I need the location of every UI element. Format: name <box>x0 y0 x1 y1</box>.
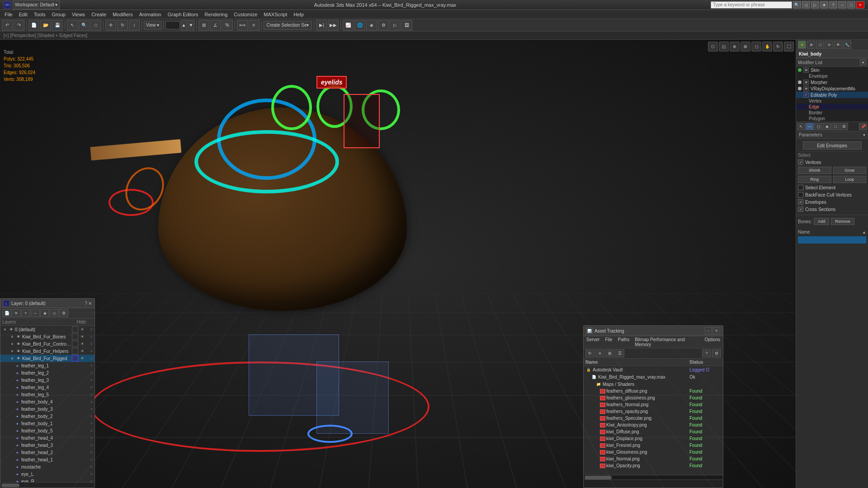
sub-edge[interactable]: Edge <box>796 104 868 110</box>
layers-close-btn[interactable]: ✕ <box>88 301 92 306</box>
layer-item-eye-r[interactable]: ▸ eye_R ≡ <box>0 478 94 482</box>
layer-item-feather-body-4[interactable]: ▸ feather_body_4 ≡ <box>0 398 94 405</box>
star-btn[interactable]: ★ <box>820 1 828 9</box>
apt-item-kiwi-displace[interactable]: kiwi_Displace.png Found <box>584 435 723 442</box>
layer-item-feather-head-1[interactable]: ▸ feather_head_1 ≡ <box>0 456 94 463</box>
asset-menu-server[interactable]: Server <box>584 336 602 348</box>
layers-help-btn[interactable]: ? <box>85 301 87 306</box>
vp-nav-zoom-ext[interactable]: ◻ <box>751 42 761 52</box>
viewport[interactable]: eyelids Total Polys: 322,445 Tris: <box>0 40 796 488</box>
rp-sel-icon2[interactable]: — <box>806 123 814 130</box>
vp-nav-zoom[interactable]: ⊕ <box>730 42 740 52</box>
layer-item-feather-head-3[interactable]: ▸ feather_head_3 ≡ <box>0 441 94 449</box>
apt-item-maxfile[interactable]: 📄 Kiwi_Bird_Rigged_max_vray.max Ok <box>584 373 723 380</box>
layers-remove-btn[interactable]: – <box>31 309 40 317</box>
layer-item-mustache[interactable]: ▸ mustache ≡ <box>0 463 94 470</box>
modifier-morpher[interactable]: 👁 Morpher <box>796 79 868 85</box>
create-selection-btn[interactable]: Create Selection Se ▾ <box>264 21 312 30</box>
layer-vis-box[interactable] <box>72 355 78 361</box>
rp-utility-tab[interactable]: 🔧 <box>843 41 851 49</box>
layers-select-btn[interactable]: ◈ <box>40 309 49 317</box>
modifier-vis-vray[interactable]: 👁 <box>803 86 809 91</box>
rp-sel-icon3[interactable]: ◻ <box>814 123 822 130</box>
layer-item-feather-body-2[interactable]: ▸ feather_body_2 ≡ <box>0 413 94 420</box>
tb-percent-up[interactable]: ▲ <box>181 20 187 31</box>
tb-new[interactable]: 📄 <box>28 20 39 31</box>
tb-mirror[interactable]: ⟺ <box>237 20 248 31</box>
asset-menu-bitmap[interactable]: Bitmap Performance and Memory <box>632 336 702 348</box>
menu-customize[interactable]: Customize <box>231 11 260 18</box>
vertices-checkbox[interactable]: ✓ <box>798 160 803 165</box>
percentage-input[interactable]: 2.5 <box>165 21 180 29</box>
name-sort-btn[interactable]: ▲ <box>862 230 866 235</box>
modifier-checkbox-poly[interactable]: ✓ <box>803 92 809 98</box>
asset-hscroll-thumb[interactable] <box>585 476 612 479</box>
nav-back[interactable]: ◁ <box>802 1 810 9</box>
layer-item-default[interactable]: ≡ 👁 0 (default) ☀ ≡ <box>0 326 94 333</box>
modifier-vis-morpher[interactable]: 👁 <box>803 80 809 85</box>
layer-item-feather-head-4[interactable]: ▸ feather_head_4 ≡ <box>0 434 94 441</box>
layers-list[interactable]: ≡ 👁 0 (default) ☀ ≡ ≡ 👁 Kiwi_Bird_Fur_Bo… <box>0 326 94 482</box>
grow-btn[interactable]: Grow <box>833 167 867 174</box>
apt-item-feathers-specular[interactable]: feathers_Specular.png Found <box>584 415 723 422</box>
apt-item-feathers-normal[interactable]: feathers_Normal.png Found <box>584 401 723 408</box>
layer-vis-box[interactable] <box>72 326 78 333</box>
modifier-editable-poly[interactable]: ✓ Editable Poly <box>796 92 868 98</box>
maximize-btn[interactable]: □ <box>847 1 855 9</box>
layers-settings-btn[interactable]: ⚙ <box>59 309 68 317</box>
tb-material[interactable]: ◈ <box>366 20 377 31</box>
tb-select[interactable]: ↖ <box>67 20 78 31</box>
menu-modifiers[interactable]: Modifiers <box>110 11 136 18</box>
apt-item-feathers-opacity[interactable]: feathers_opacity.png Found <box>584 408 723 415</box>
asset-minimize-btn[interactable]: – <box>705 327 712 334</box>
tb-save[interactable]: 💾 <box>52 20 63 31</box>
shrink-btn[interactable]: Shrink <box>798 167 831 174</box>
layer-item-feather-head-2[interactable]: ▸ feather_head_2 ≡ <box>0 449 94 456</box>
vp-nav-maximize[interactable]: ⛶ <box>784 42 794 52</box>
vp-nav-persp[interactable]: ◱ <box>719 42 729 52</box>
layers-hscrollbar[interactable] <box>0 482 94 488</box>
menu-graph-editors[interactable]: Graph Editors <box>165 11 201 18</box>
tb-render-frame[interactable]: 🖼 <box>401 20 412 31</box>
layer-item-feather-leg-2[interactable]: ▸ feather_leg_2 ≡ <box>0 369 94 376</box>
tb-undo[interactable]: ↶ <box>2 20 13 31</box>
asset-close-btn[interactable]: ✕ <box>713 327 720 334</box>
vp-nav-cube[interactable]: ⬡ <box>708 42 718 52</box>
apt-item-kiwi-opacity[interactable]: kiwi_Opacity.png Found <box>584 462 723 469</box>
tb-animate[interactable]: ▶▶ <box>328 20 339 31</box>
layer-item-eye-l[interactable]: ▸ eye_L ≡ <box>0 470 94 478</box>
apt-item-maps-folder[interactable]: 📁 Maps / Shaders <box>584 380 723 388</box>
envelopes-checkbox[interactable]: ✓ <box>798 199 803 205</box>
layer-vis-box[interactable] <box>72 333 78 340</box>
layer-item-feather-leg-3[interactable]: ▸ feather_leg_3 ≡ <box>0 376 94 384</box>
vp-nav-zoom-reg[interactable]: ⊞ <box>741 42 750 52</box>
tb-rotate[interactable]: ↻ <box>117 20 128 31</box>
layer-item-feather-leg-1[interactable]: ▸ feather_leg_1 ≡ <box>0 362 94 369</box>
modifier-stack[interactable]: 👁 Skin Envelope 👁 Morpher 👁 VRayDisplace… <box>796 67 868 122</box>
tb-move[interactable]: ✛ <box>105 20 116 31</box>
tb-schematic[interactable]: 🌐 <box>354 20 365 31</box>
menu-help[interactable]: Help <box>291 11 307 18</box>
layers-add-btn[interactable]: + <box>21 309 30 317</box>
asset-tb-list[interactable]: ☰ <box>615 349 624 357</box>
vp-nav-pan[interactable]: ✋ <box>762 42 772 52</box>
asset-tb-refresh[interactable]: ↻ <box>585 349 594 357</box>
modifier-envelope[interactable]: Envelope <box>796 73 868 79</box>
menu-maxscript[interactable]: MAXScript <box>261 11 290 18</box>
loop-btn[interactable]: Loop <box>833 176 867 183</box>
tb-scale[interactable]: ↕ <box>129 20 140 31</box>
modifier-vray[interactable]: 👁 VRayDisplacementMo <box>796 85 868 92</box>
workspace-dropdown[interactable]: Workspace: Default ▾ <box>13 0 60 9</box>
layer-item-feather-leg-5[interactable]: ▸ feather_leg_5 ≡ <box>0 391 94 398</box>
layer-item-fur-helpers[interactable]: ≡ 👁 Kiwi_Bird_Fur_Helpers ☀ ≡ <box>0 347 94 355</box>
rp-sel-icon4[interactable]: ◈ <box>823 123 831 130</box>
asset-list[interactable]: 🔒 Autodesk Vault Logged O 📄 Kiwi_Bird_Ri… <box>584 366 723 475</box>
asset-tb-grid[interactable]: ⊞ <box>605 349 614 357</box>
rp-sel-icon5[interactable]: □ <box>831 123 840 130</box>
menu-edit[interactable]: Edit <box>16 11 30 18</box>
help-btn[interactable]: ? <box>829 1 837 9</box>
menu-rendering[interactable]: Rendering <box>202 11 231 18</box>
menu-create[interactable]: Create <box>89 11 109 18</box>
tb-select-name[interactable]: 🔍 <box>79 20 90 31</box>
tb-percent-snap[interactable]: % <box>222 20 233 31</box>
